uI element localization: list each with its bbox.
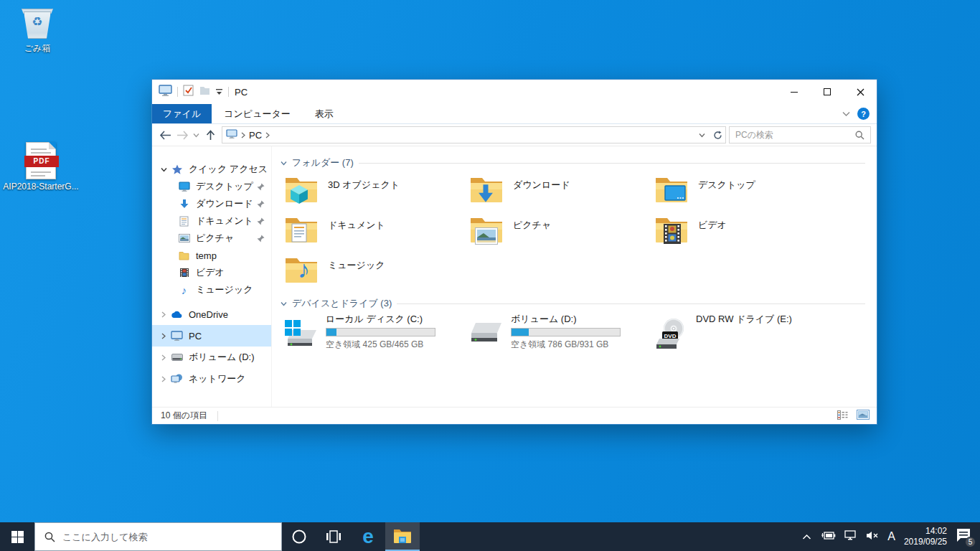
drive-tile-dvd[interactable]: DVD DVD RW ドライブ (E:)	[651, 313, 836, 357]
chevron-right-icon[interactable]	[159, 333, 168, 339]
cortana-button[interactable]	[282, 522, 316, 551]
tray-chevron-up-icon[interactable]	[802, 530, 811, 543]
sidebar-item-music[interactable]: ♪ ミュージック	[152, 281, 271, 298]
chevron-down-icon[interactable]	[281, 301, 287, 306]
drive-tile-d[interactable]: ボリューム (D:) 空き領域 786 GB/931 GB	[466, 313, 651, 357]
sidebar-item-desktop[interactable]: デスクトップ	[152, 178, 271, 195]
explorer-search[interactable]	[729, 126, 871, 143]
new-folder-icon[interactable]	[199, 85, 210, 98]
network-ethernet-icon[interactable]	[844, 530, 857, 543]
minimize-button[interactable]	[778, 80, 811, 104]
windows-logo-icon	[11, 531, 24, 543]
status-separator	[217, 411, 218, 421]
explorer-search-input[interactable]	[730, 130, 855, 140]
drive-tile-c[interactable]: ローカル ディスク (C:) 空き領域 425 GB/465 GB	[281, 313, 466, 357]
sidebar-item-temp[interactable]: temp	[152, 247, 271, 264]
pdf-file-icon: PDF	[26, 142, 56, 179]
volume-muted-icon[interactable]	[866, 530, 879, 543]
qat-customize-icon[interactable]	[215, 85, 223, 98]
folder-tile-documents[interactable]: ドキュメント	[281, 215, 466, 255]
recent-locations-icon[interactable]	[191, 126, 202, 143]
search-icon[interactable]	[855, 131, 864, 140]
recycle-bin-desktop-icon[interactable]: ♻ ごみ箱	[3, 6, 72, 55]
taskbar-search[interactable]	[34, 522, 282, 551]
refresh-icon[interactable]	[710, 127, 725, 143]
titlebar[interactable]: PC	[152, 80, 877, 104]
sidebar-label: ドキュメント	[196, 215, 253, 227]
sidebar-item-quick-access[interactable]: クイック アクセス	[152, 161, 271, 178]
videos-icon	[178, 267, 190, 279]
address-dropdown-icon[interactable]	[694, 127, 710, 143]
drives-section-header[interactable]: デバイスとドライブ (3)	[281, 297, 865, 310]
chevron-right-icon[interactable]	[159, 354, 168, 361]
details-view-icon[interactable]	[837, 410, 848, 422]
taskbar-clock[interactable]: 14:02 2019/09/25	[904, 526, 947, 547]
edge-button[interactable]: e	[351, 522, 385, 551]
taskbar-search-input[interactable]	[62, 532, 281, 542]
chevron-down-icon[interactable]	[281, 161, 287, 166]
properties-icon[interactable]	[183, 85, 194, 99]
sidebar-item-pictures[interactable]: ピクチャ	[152, 230, 271, 247]
document-icon	[291, 223, 307, 245]
chevron-right-icon[interactable]	[159, 311, 168, 318]
pin-icon	[257, 199, 265, 210]
back-icon[interactable]	[156, 126, 174, 143]
sidebar-item-volume-d[interactable]: ボリューム (D:)	[152, 347, 271, 368]
sidebar-item-pc[interactable]: PC	[152, 325, 271, 347]
up-icon[interactable]	[202, 126, 219, 143]
folder-tile-pictures[interactable]: ピクチャ	[466, 215, 651, 255]
qat-separator	[228, 87, 229, 97]
svg-text:DVD: DVD	[664, 333, 677, 339]
expand-ribbon-icon[interactable]	[842, 108, 850, 119]
action-center-button[interactable]: 5	[956, 528, 973, 545]
maximize-button[interactable]	[811, 80, 844, 104]
start-button[interactable]	[0, 522, 34, 551]
forward-icon[interactable]	[174, 126, 191, 143]
drive-icon	[171, 352, 183, 364]
folders-section-header[interactable]: フォルダー (7)	[281, 156, 865, 169]
sidebar-item-network[interactable]: ネットワーク	[152, 368, 271, 390]
thumbnail-view-icon[interactable]	[857, 410, 870, 422]
sidebar-item-documents[interactable]: ドキュメント	[152, 212, 271, 230]
onedrive-cloud-icon	[171, 309, 183, 321]
folder-tile-desktop[interactable]: デスクトップ	[651, 175, 836, 215]
folder-icon	[178, 250, 190, 262]
breadcrumb-pc[interactable]: PC	[249, 130, 262, 141]
sidebar-item-onedrive[interactable]: OneDrive	[152, 303, 271, 325]
folder-tile-videos[interactable]: ビデオ	[651, 215, 836, 255]
3d-cube-icon	[291, 185, 308, 207]
folder-tile-3d-objects[interactable]: 3D オブジェクト	[281, 175, 466, 215]
pin-icon	[257, 182, 265, 193]
folder-tile-downloads[interactable]: ダウンロード	[466, 175, 651, 215]
local-disk-icon	[283, 317, 319, 352]
tab-file[interactable]: ファイル	[152, 104, 212, 123]
chevron-right-icon[interactable]	[159, 376, 168, 382]
file-explorer-button[interactable]	[385, 522, 420, 551]
sidebar-label: ネットワーク	[189, 372, 246, 385]
tab-view[interactable]: 表示	[303, 104, 346, 123]
drive-name: ローカル ディスク (C:)	[326, 313, 435, 326]
folder-label: ダウンロード	[513, 179, 570, 215]
sidebar-label: temp	[196, 250, 217, 261]
crumb-chevron-icon[interactable]	[265, 132, 270, 138]
section-title: デバイスとドライブ (3)	[292, 297, 392, 310]
ime-mode-indicator[interactable]: A	[887, 530, 895, 543]
task-view-button[interactable]	[316, 522, 351, 551]
desktop-icon	[178, 181, 190, 193]
address-bar[interactable]: PC	[222, 126, 726, 143]
drive-usage-bar	[326, 328, 435, 336]
folder-tile-music[interactable]: ♪ ミュージック	[281, 255, 466, 296]
pdf-file-desktop-icon[interactable]: PDF AIP2018-StarterG...	[1, 142, 80, 192]
power-battery-icon[interactable]	[820, 530, 836, 543]
recycle-symbol-icon: ♻	[22, 14, 53, 29]
address-pc-icon	[226, 129, 237, 141]
sidebar-item-downloads[interactable]: ダウンロード	[152, 195, 271, 212]
chevron-down-icon[interactable]	[159, 167, 168, 172]
help-icon[interactable]: ?	[857, 108, 870, 120]
close-button[interactable]	[844, 80, 877, 104]
sidebar-label: PC	[189, 331, 202, 342]
sidebar-item-videos[interactable]: ビデオ	[152, 264, 271, 281]
drive-free-space: 空き領域 786 GB/931 GB	[511, 339, 621, 351]
volume-drive-icon	[468, 321, 504, 356]
tab-computer[interactable]: コンピューター	[212, 104, 303, 123]
